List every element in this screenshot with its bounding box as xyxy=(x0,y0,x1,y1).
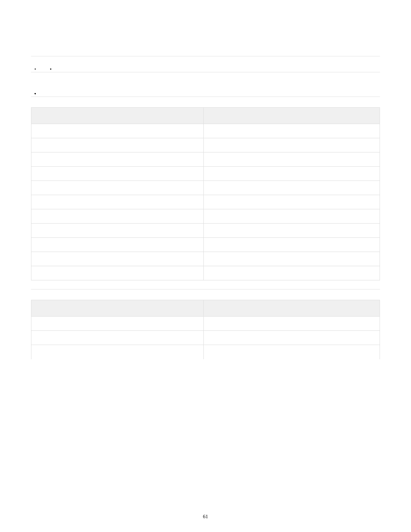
table-cell xyxy=(204,209,380,224)
table-header-cell xyxy=(204,108,380,124)
table-header-cell xyxy=(31,108,204,124)
table-cell xyxy=(204,252,380,266)
table-cell xyxy=(204,152,380,167)
table-row xyxy=(31,331,380,345)
table-row xyxy=(31,195,380,209)
table-cell xyxy=(204,266,380,280)
table-header-row xyxy=(31,108,380,124)
list-section-1 xyxy=(31,56,380,72)
table-cell xyxy=(31,266,204,280)
table-cell xyxy=(204,238,380,252)
table-cell xyxy=(31,238,204,252)
table-header-cell xyxy=(31,300,204,317)
table-cell xyxy=(204,138,380,152)
table-row xyxy=(31,266,380,280)
table-cell xyxy=(31,345,204,359)
table-cell xyxy=(31,331,204,345)
table-row xyxy=(31,238,380,252)
table-cell xyxy=(31,195,204,209)
table-row xyxy=(31,317,380,331)
table-cell xyxy=(31,124,204,138)
table-cell xyxy=(204,181,380,195)
table-row xyxy=(31,209,380,224)
table-row xyxy=(31,152,380,167)
list-section-2 xyxy=(31,72,380,96)
table-cell xyxy=(204,224,380,238)
table-row xyxy=(31,181,380,195)
table-cell xyxy=(31,167,204,181)
table-cell xyxy=(204,317,380,331)
table-row xyxy=(31,345,380,359)
table-row xyxy=(31,167,380,181)
table-header-cell xyxy=(204,300,380,317)
table-cell xyxy=(31,209,204,224)
table-cell xyxy=(31,152,204,167)
table-cell xyxy=(31,317,204,331)
table-cell xyxy=(204,124,380,138)
table-section-2 xyxy=(31,289,380,368)
table-cell xyxy=(31,252,204,266)
table-row xyxy=(31,252,380,266)
table-header-row xyxy=(31,300,380,317)
data-table xyxy=(31,107,380,280)
table-row xyxy=(31,124,380,138)
table-row xyxy=(31,138,380,152)
table-cell xyxy=(31,138,204,152)
table-cell xyxy=(204,195,380,209)
table-cell xyxy=(204,345,380,359)
data-table xyxy=(31,300,380,359)
table-cell xyxy=(31,181,204,195)
table-cell xyxy=(204,331,380,345)
table-cell xyxy=(204,167,380,181)
document-page xyxy=(0,0,411,368)
table-cell xyxy=(31,224,204,238)
table-row xyxy=(31,224,380,238)
page-number: 61 xyxy=(0,513,411,520)
table-section-1 xyxy=(31,97,380,289)
